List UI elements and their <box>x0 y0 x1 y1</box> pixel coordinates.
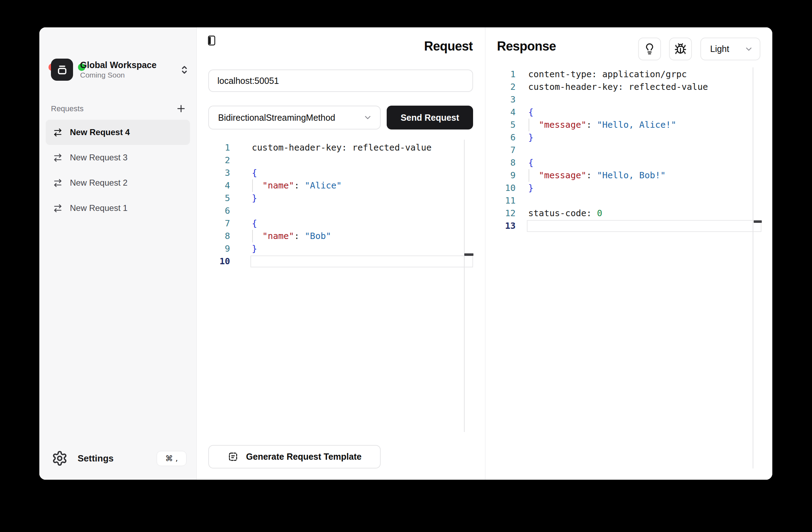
sidebar-item-new-request-2[interactable]: New Request 2 <box>46 170 190 195</box>
code-text: } <box>252 192 257 205</box>
code-line-11[interactable]: 11 <box>485 194 772 207</box>
request-item-label: New Request 2 <box>70 178 127 188</box>
code-line-3[interactable]: 3 <box>485 93 772 106</box>
code-text: custom-header-key: reflected-value <box>252 141 432 154</box>
response-editor-scrollbar-thumb[interactable] <box>754 220 762 223</box>
line-number: 9 <box>197 242 230 255</box>
line-number: 10 <box>197 255 230 268</box>
response-editor[interactable]: 1content-type: application/grpc2custom-h… <box>485 68 772 232</box>
active-line-box <box>527 220 761 232</box>
line-number: 12 <box>485 207 516 220</box>
template-icon <box>228 451 238 462</box>
chevron-down-icon <box>363 113 372 122</box>
swap-arrows-icon <box>53 204 63 213</box>
code-line-1[interactable]: 1content-type: application/grpc <box>485 68 772 81</box>
code-line-8[interactable]: 8{ <box>485 157 772 169</box>
add-request-button[interactable] <box>176 103 186 114</box>
code-line-7[interactable]: 7 <box>485 144 772 157</box>
tip-button[interactable] <box>638 38 661 60</box>
line-number: 5 <box>485 119 516 131</box>
swap-arrows-icon <box>53 128 63 137</box>
archive-icon <box>55 63 69 77</box>
code-line-4[interactable]: 4{ <box>485 106 772 119</box>
line-number: 9 <box>485 169 516 182</box>
generate-template-button[interactable]: Generate Request Template <box>208 445 381 468</box>
code-line-12[interactable]: 12status-code: 0 <box>485 207 772 220</box>
code-line-10[interactable]: 10 <box>197 255 485 268</box>
code-line-2[interactable]: 2custom-header-key: reflected-value <box>485 81 772 93</box>
response-panel: Response Light 1content-type: appli <box>485 27 772 480</box>
swap-arrows-icon <box>53 178 63 188</box>
toggle-sidebar-button[interactable] <box>207 35 217 46</box>
settings-row[interactable]: Settings ⌘ , <box>52 447 186 470</box>
request-editor[interactable]: 1custom-header-key: reflected-value23{4 … <box>197 141 485 268</box>
sidebar-item-new-request-4[interactable]: New Request 4 <box>46 120 190 145</box>
code-line-9[interactable]: 9 "message": "Hello, Bob!" <box>485 169 772 182</box>
code-text: } <box>528 182 533 194</box>
code-line-5[interactable]: 5 "message": "Hello, Alice!" <box>485 119 772 131</box>
requests-section-label: Requests <box>51 104 84 113</box>
settings-label: Settings <box>78 453 114 464</box>
sidebar-item-new-request-1[interactable]: New Request 1 <box>46 195 190 221</box>
line-number: 4 <box>485 106 516 119</box>
sidebar-item-new-request-3[interactable]: New Request 3 <box>46 145 190 170</box>
request-editor-scrollbar-thumb[interactable] <box>464 253 473 256</box>
debug-button[interactable] <box>669 38 692 60</box>
code-text: content-type: application/grpc <box>528 68 687 81</box>
workspace-switcher[interactable]: Global Workspace Coming Soon <box>51 59 190 81</box>
code-line-7[interactable]: 7{ <box>197 217 485 230</box>
code-line-9[interactable]: 9} <box>197 242 485 255</box>
code-text: custom-header-key: reflected-value <box>528 81 708 93</box>
theme-dropdown-value: Light <box>710 44 729 54</box>
settings-shortcut-badge: ⌘ , <box>157 451 186 466</box>
theme-dropdown[interactable]: Light <box>700 38 760 60</box>
code-text: "message": "Hello, Bob!" <box>528 169 666 182</box>
code-text: "message": "Hello, Alice!" <box>528 119 676 131</box>
code-text: { <box>528 157 533 169</box>
code-text: "name": "Bob" <box>252 230 331 242</box>
indent-guide <box>529 169 529 182</box>
line-number: 1 <box>197 141 230 154</box>
app-window: Global Workspace Coming Soon Requests <box>39 27 772 480</box>
swap-arrows-icon <box>53 153 63 162</box>
workspace-title: Global Workspace <box>80 60 157 71</box>
code-line-6[interactable]: 6} <box>485 131 772 144</box>
code-line-13[interactable]: 13 <box>485 220 772 232</box>
bug-icon <box>674 43 687 55</box>
code-line-3[interactable]: 3{ <box>197 167 485 179</box>
requests-header: Requests <box>51 103 186 114</box>
chevrons-up-down-icon[interactable] <box>179 64 190 75</box>
code-line-10[interactable]: 10} <box>485 182 772 194</box>
line-number: 11 <box>485 194 516 207</box>
line-number: 3 <box>485 93 516 106</box>
request-panel: Request BidirectionalStreamingMethod Sen… <box>197 27 485 480</box>
request-item-label: New Request 4 <box>70 127 130 137</box>
line-number: 7 <box>485 144 516 157</box>
line-number: 4 <box>197 179 230 192</box>
code-text: "name": "Alice" <box>252 179 342 192</box>
line-number: 5 <box>197 192 230 205</box>
line-number: 13 <box>485 220 516 232</box>
generate-template-label: Generate Request Template <box>246 452 362 462</box>
request-item-label: New Request 3 <box>70 153 127 162</box>
line-number: 2 <box>485 81 516 93</box>
indent-guide <box>252 179 253 192</box>
code-line-5[interactable]: 5} <box>197 192 485 205</box>
lightbulb-icon <box>643 43 656 55</box>
code-text: } <box>528 131 533 144</box>
code-line-6[interactable]: 6 <box>197 205 485 217</box>
method-dropdown[interactable]: BidirectionalStreamingMethod <box>208 106 381 129</box>
server-address-input[interactable] <box>208 69 473 92</box>
code-line-8[interactable]: 8 "name": "Bob" <box>197 230 485 242</box>
indent-guide <box>252 230 253 242</box>
code-text: { <box>252 217 257 230</box>
code-line-4[interactable]: 4 "name": "Alice" <box>197 179 485 192</box>
workspace-icon <box>51 59 73 81</box>
code-text: status-code: 0 <box>528 207 602 220</box>
chevron-down-icon <box>744 45 753 54</box>
workspace-subtitle: Coming Soon <box>80 71 157 80</box>
code-line-2[interactable]: 2 <box>197 154 485 167</box>
send-request-button[interactable]: Send Request <box>387 106 473 129</box>
response-editor-border <box>753 67 753 468</box>
code-line-1[interactable]: 1custom-header-key: reflected-value <box>197 141 485 154</box>
